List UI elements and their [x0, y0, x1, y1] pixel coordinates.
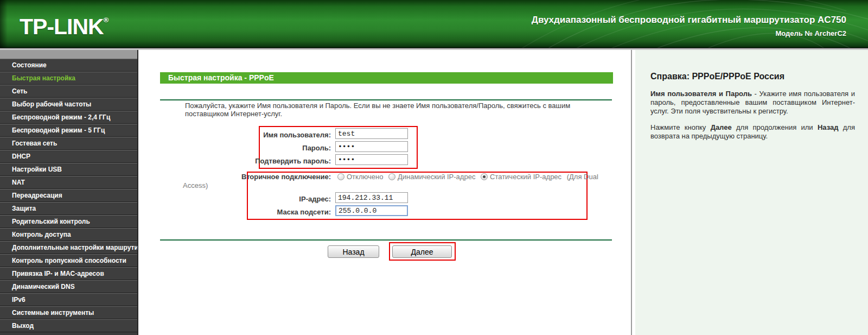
dual-access-note-line1: (Для Dual	[567, 173, 598, 181]
sidebar-cap	[0, 50, 137, 59]
secondary-connection-label: Вторичное подключение:	[140, 173, 331, 181]
content-help-divider	[631, 50, 635, 335]
sidebar-item-guest-network[interactable]: Гостевая сеть	[0, 137, 137, 150]
sidebar-item-usb-settings[interactable]: Настройки USB	[0, 163, 137, 176]
subnet-mask-label: Маска подсети:	[140, 207, 331, 218]
confirm-password-input[interactable]	[335, 154, 408, 165]
section-title-bar: Быстрая настройка - PPPoE	[160, 72, 613, 84]
dual-access-note-line2: Access)	[183, 181, 208, 189]
registered-trademark-icon: ®	[104, 16, 109, 24]
sidebar-item-advanced-routing[interactable]: Дополнительные настройки маршрутизации	[0, 241, 137, 254]
help-title: Справка: PPPoE/PPPoE Россия	[650, 72, 855, 81]
username-input[interactable]	[335, 128, 408, 139]
sidebar-item-quick-setup[interactable]: Быстрая настройка	[0, 72, 137, 85]
radio-label: Динамический IP-адрес	[398, 173, 475, 181]
secondary-connection-radio-group: Отключено Динамический IP-адрес Статичес…	[337, 173, 595, 181]
next-button[interactable]: Далее	[392, 245, 452, 258]
sidebar-item-forwarding[interactable]: Переадресация	[0, 189, 137, 202]
sidebar-menu: Состояние Быстрая настройка Сеть Выбор р…	[0, 50, 137, 335]
sidebar-item-nat[interactable]: NAT	[0, 176, 137, 189]
radio-option-disabled[interactable]: Отключено	[337, 173, 383, 181]
sidebar-item-security[interactable]: Защита	[0, 202, 137, 215]
radio-label: Статический IP-адрес	[490, 173, 561, 181]
tp-link-logo: TP-LINK®	[20, 14, 108, 40]
sidebar-item-band-selection[interactable]: Выбор рабочей частоты	[0, 98, 137, 111]
username-label: Имя пользователя:	[140, 130, 331, 141]
radio-checked-icon[interactable]	[481, 173, 488, 180]
sidebar-item-access-control[interactable]: Контроль доступа	[0, 228, 137, 241]
separator-line-bottom	[160, 239, 612, 241]
sidebar-item-dhcp[interactable]: DHCP	[0, 150, 137, 163]
sidebar-item-status[interactable]: Состояние	[0, 59, 137, 72]
router-admin-page: TP-LINK® Двухдиапазонный беспроводной ги…	[0, 0, 868, 335]
help-bold-credentials: Имя пользователя и Пароль	[650, 90, 752, 98]
page-title: Быстрая настройка - PPPoE	[168, 73, 274, 82]
sidebar-item-network[interactable]: Сеть	[0, 85, 137, 98]
help-paragraph-credentials: Имя пользователя и Пароль - Укажите имя …	[650, 90, 855, 116]
sidebar-item-system-tools[interactable]: Системные инструменты	[0, 306, 137, 319]
intro-text: Пожалуйста, укажите Имя пользователя и П…	[185, 102, 608, 118]
confirm-password-label: Подтвердить пароль:	[140, 156, 331, 167]
radio-unchecked-icon[interactable]	[388, 173, 395, 180]
router-name: Двухдиапазонный беспроводной гигабитный …	[532, 15, 846, 26]
radio-option-dynamic-ip[interactable]: Динамический IP-адрес	[388, 173, 475, 181]
help-panel: Справка: PPPoE/PPPoE Россия Имя пользова…	[635, 50, 868, 335]
help-bold-next: Далее	[711, 123, 732, 131]
subnet-mask-input[interactable]	[335, 205, 408, 216]
radio-label: Отключено	[347, 173, 383, 181]
sidebar-item-logout[interactable]: Выход	[0, 319, 137, 332]
help-text: для продолжения или	[732, 123, 818, 131]
sidebar-item-bandwidth-control[interactable]: Контроль пропускной способности	[0, 254, 137, 267]
sidebar-item-parental-control[interactable]: Родительский контроль	[0, 215, 137, 228]
sidebar-item-wireless-24ghz[interactable]: Беспроводной режим - 2,4 ГГц	[0, 111, 137, 124]
main-content: Быстрая настройка - PPPoE Пожалуйста, ук…	[140, 50, 631, 335]
router-model-number: Модель № ArcherC2	[532, 29, 846, 37]
separator-line-top	[160, 99, 612, 100]
sidebar-item-wireless-5ghz[interactable]: Беспроводной режим - 5 ГГц	[0, 124, 137, 137]
password-input[interactable]	[335, 141, 408, 152]
radio-unchecked-icon[interactable]	[337, 173, 344, 180]
help-bold-back: Назад	[818, 123, 839, 131]
radio-option-static-ip[interactable]: Статический IP-адрес	[481, 173, 561, 181]
logo-text: TP-LINK	[20, 14, 104, 39]
header-left-edge-shadow	[0, 0, 8, 48]
sidebar-item-ipv6[interactable]: IPv6	[0, 293, 137, 306]
header: TP-LINK® Двухдиапазонный беспроводной ги…	[0, 0, 868, 48]
ip-address-label: IP-адрес:	[140, 194, 331, 205]
router-model-title: Двухдиапазонный беспроводной гигабитный …	[532, 15, 846, 37]
sidebar-item-dynamic-dns[interactable]: Динамический DNS	[0, 280, 137, 293]
ip-address-input[interactable]	[335, 192, 408, 203]
password-label: Пароль:	[140, 143, 331, 154]
sidebar-item-ip-mac-binding[interactable]: Привязка IP- и MAC-адресов	[0, 267, 137, 280]
help-text: Нажмите кнопку	[650, 123, 711, 131]
back-button[interactable]: Назад	[328, 245, 379, 258]
help-paragraph-navigation: Нажмите кнопку Далее для продолжения или…	[650, 123, 855, 141]
